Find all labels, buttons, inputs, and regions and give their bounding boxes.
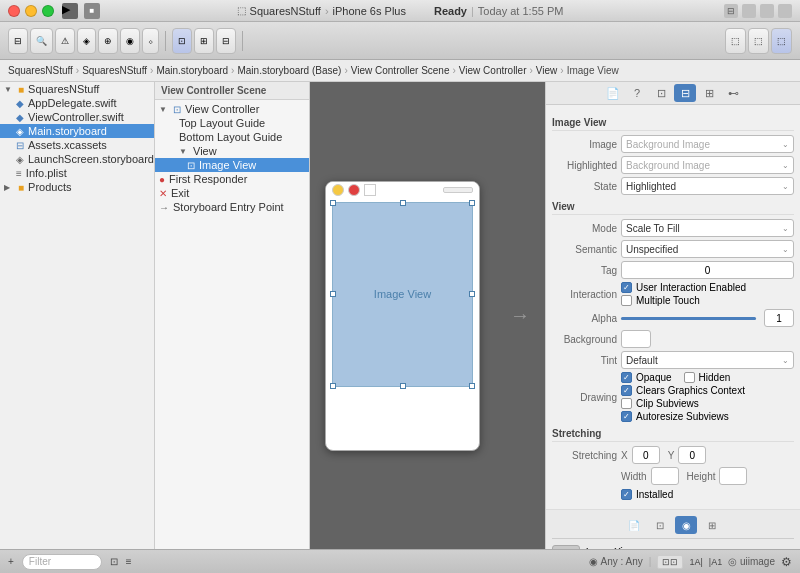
status-icon-grid[interactable]: ⊡: [110, 556, 118, 567]
handle-tr[interactable]: [469, 200, 475, 206]
scene-item-top-layout[interactable]: Top Layout Guide: [155, 116, 309, 130]
breadcrumb-image-view[interactable]: Image View: [567, 65, 619, 76]
editor-version[interactable]: ⊟: [216, 28, 236, 54]
bottom-tab-3[interactable]: ◉: [675, 516, 697, 534]
sidebar-item-appdelegate[interactable]: ◆ AppDelegate.swift: [0, 96, 154, 110]
breadcrumb-vc[interactable]: View Controller: [459, 65, 527, 76]
input-stretch-y[interactable]: [678, 446, 706, 464]
scene-item-bottom-layout[interactable]: Bottom Layout Guide: [155, 130, 309, 144]
debug-btn[interactable]: ⊕: [98, 28, 118, 54]
handle-tm[interactable]: [400, 200, 406, 206]
navigator-panel-btn[interactable]: ⬚: [725, 28, 746, 54]
status-settings[interactable]: ⚙: [781, 555, 792, 569]
checkbox-clip-subviews[interactable]: [621, 398, 632, 409]
status-add-btn[interactable]: +: [8, 556, 14, 567]
checkbox-hidden[interactable]: [684, 372, 695, 383]
checkbox-user-interaction[interactable]: ✓: [621, 282, 632, 293]
breadcrumb-view[interactable]: View: [536, 65, 558, 76]
close-button[interactable]: [8, 5, 20, 17]
input-stretch-w[interactable]: [651, 467, 679, 485]
handle-bm[interactable]: [400, 383, 406, 389]
sidebar-item-squaresnstuff[interactable]: ▼ ■ SquaresNStuff: [0, 82, 154, 96]
editor-standard[interactable]: ⊡: [172, 28, 192, 54]
phone-square-btn[interactable]: [364, 184, 376, 196]
device-name[interactable]: iPhone 6s Plus: [333, 5, 406, 17]
checkbox-opaque[interactable]: ✓: [621, 372, 632, 383]
breadcrumb-squaresnstuff2[interactable]: SquaresNStuff: [82, 65, 147, 76]
handle-bl[interactable]: [330, 383, 336, 389]
control-tint[interactable]: Default ⌄: [621, 351, 794, 369]
checkbox-clears[interactable]: ✓: [621, 385, 632, 396]
sidebar-item-assets[interactable]: ⊟ Assets.xcassets: [0, 138, 154, 152]
bottom-tab-2[interactable]: ⊡: [649, 516, 671, 534]
stop-button[interactable]: ■: [84, 3, 100, 19]
checkbox-multiple-touch[interactable]: [621, 295, 632, 306]
scene-item-vc[interactable]: ▼ ⊡ View Controller: [155, 102, 309, 116]
status-icon-list[interactable]: ≡: [126, 556, 132, 567]
handle-ml[interactable]: [330, 291, 336, 297]
inspector-tab-quick[interactable]: ?: [626, 84, 648, 102]
slider-alpha[interactable]: [621, 317, 756, 320]
filter-input-left[interactable]: Filter: [22, 554, 102, 570]
scene-item-imageview[interactable]: ⊡ Image View: [155, 158, 309, 172]
control-mode[interactable]: Scale To Fill ⌄: [621, 219, 794, 237]
breadcrumb-main-storyboard[interactable]: Main.storyboard: [156, 65, 228, 76]
inspector-tab-attributes[interactable]: ⊟: [674, 84, 696, 102]
scene-item-storyboard-entry[interactable]: → Storyboard Entry Point: [155, 200, 309, 214]
color-well-background[interactable]: [621, 330, 651, 348]
simulate-btn[interactable]: ⬦: [142, 28, 159, 54]
search-btn[interactable]: 🔍: [30, 28, 53, 54]
navigator-btn[interactable]: ⊟: [8, 28, 28, 54]
input-stretch-h[interactable]: [719, 467, 747, 485]
debug-toggle[interactable]: [760, 4, 774, 18]
checkbox-autoresize[interactable]: ✓: [621, 411, 632, 422]
breadcrumb-vc-scene[interactable]: View Controller Scene: [351, 65, 450, 76]
scene-item-first-responder[interactable]: ● First Responder: [155, 172, 309, 186]
control-highlighted[interactable]: Background Image ⌄: [621, 156, 794, 174]
phone-circle-btn1[interactable]: [332, 184, 344, 196]
handle-mr[interactable]: [469, 291, 475, 297]
input-alpha[interactable]: [764, 309, 794, 327]
inspector-tab-file[interactable]: 📄: [602, 84, 624, 102]
scene-item-exit[interactable]: ✕ Exit: [155, 186, 309, 200]
inspector-tab-connections[interactable]: ⊷: [722, 84, 744, 102]
sidebar-item-viewcontroller[interactable]: ◆ ViewController.swift: [0, 110, 154, 124]
control-semantic[interactable]: Unspecified ⌄: [621, 240, 794, 258]
test-btn[interactable]: ◈: [77, 28, 96, 54]
input-tag[interactable]: [621, 261, 794, 279]
sidebar-item-products[interactable]: ▶ ■ Products: [0, 180, 154, 194]
phone-image-view[interactable]: Image View: [332, 202, 473, 387]
breadcrumb-squaresnstuff[interactable]: SquaresNStuff: [8, 65, 73, 76]
editor-assistant[interactable]: ⊞: [194, 28, 214, 54]
navigator-toggle[interactable]: [742, 4, 756, 18]
inspector-tab-identity[interactable]: ⊡: [650, 84, 672, 102]
debug-panel-btn[interactable]: ⬚: [748, 28, 769, 54]
inspector-tab-size[interactable]: ⊞: [698, 84, 720, 102]
handle-tl[interactable]: [330, 200, 336, 206]
project-name[interactable]: SquaresNStuff: [250, 5, 321, 17]
status-wcd[interactable]: ⊡⊡: [657, 555, 683, 569]
canvas-area[interactable]: Image View →: [310, 82, 545, 549]
issues-btn[interactable]: ⚠: [55, 28, 75, 54]
handle-br[interactable]: [469, 383, 475, 389]
breakpoints-btn[interactable]: ◉: [120, 28, 140, 54]
utility-panel-btn[interactable]: ⬚: [771, 28, 792, 54]
bottom-tab-1[interactable]: 📄: [623, 516, 645, 534]
sidebar-item-infoplist[interactable]: ≡ Info.plist: [0, 166, 154, 180]
bottom-tab-4[interactable]: ⊞: [701, 516, 723, 534]
breadcrumb-main-base[interactable]: Main.storyboard (Base): [237, 65, 341, 76]
input-stretch-x[interactable]: [632, 446, 660, 464]
scene-item-view[interactable]: ▼ View: [155, 144, 309, 158]
maximize-button[interactable]: [42, 5, 54, 17]
control-state[interactable]: Highlighted ⌄: [621, 177, 794, 195]
phone-circle-btn2[interactable]: [348, 184, 360, 196]
minimize-button[interactable]: [25, 5, 37, 17]
sidebar-item-launchscreen[interactable]: ◈ LaunchScreen.storyboard: [0, 152, 154, 166]
status-ratio2[interactable]: |A1: [709, 557, 722, 567]
control-image[interactable]: Background Image ⌄: [621, 135, 794, 153]
checkbox-installed[interactable]: ✓: [621, 489, 632, 500]
panel-toggle-btn[interactable]: ⊟: [724, 4, 738, 18]
utility-toggle[interactable]: [778, 4, 792, 18]
run-button[interactable]: ▶: [62, 3, 78, 19]
status-ratio[interactable]: 1A|: [689, 557, 702, 567]
